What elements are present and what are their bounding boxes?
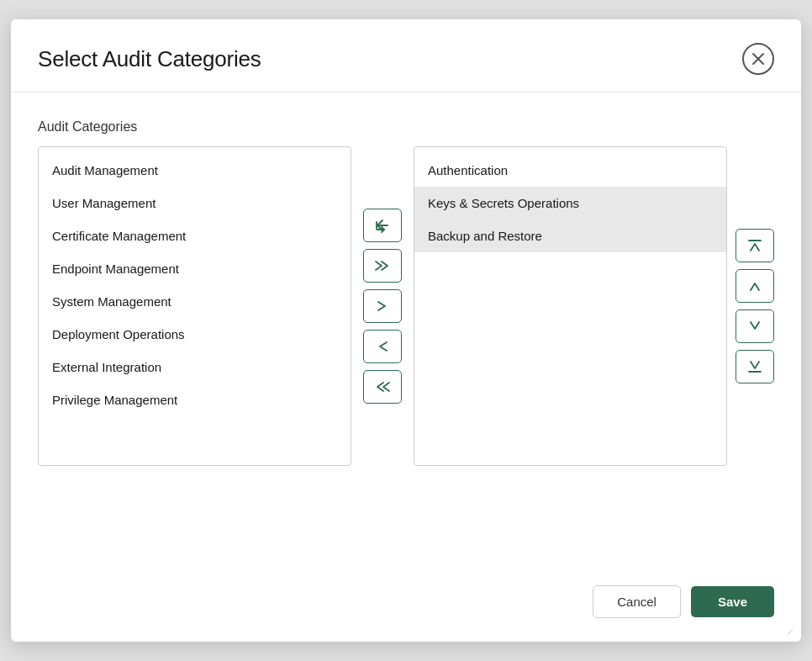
- dialog-body: Audit Categories Audit ManagementUser Ma…: [11, 93, 801, 572]
- transfer-left-button[interactable]: [363, 330, 402, 363]
- list-item[interactable]: User Management: [39, 187, 351, 219]
- move-bottom-button[interactable]: [736, 350, 774, 383]
- transfer-back-button[interactable]: [363, 209, 402, 242]
- transfer-right-button[interactable]: [363, 289, 402, 323]
- list-item[interactable]: System Management: [39, 285, 351, 318]
- select-audit-categories-dialog: Select Audit Categories Audit Categories…: [11, 19, 801, 642]
- transfer-all-right-button[interactable]: [363, 249, 402, 283]
- transfer-controls-column: [351, 146, 414, 466]
- transfer-all-left-button[interactable]: [363, 370, 402, 404]
- section-label: Audit Categories: [38, 119, 774, 135]
- available-list[interactable]: Audit ManagementUser ManagementCertifica…: [38, 146, 351, 466]
- list-item[interactable]: External Integration: [39, 351, 351, 383]
- move-down-button[interactable]: [736, 309, 774, 343]
- move-up-button[interactable]: [736, 269, 774, 303]
- dialog-header: Select Audit Categories: [11, 19, 801, 93]
- list-item[interactable]: Backup and Restore: [414, 219, 726, 252]
- list-item[interactable]: Deployment Operations: [39, 318, 351, 351]
- list-item[interactable]: Certificate Management: [39, 219, 351, 252]
- list-item[interactable]: Keys & Secrets Operations: [414, 187, 726, 219]
- sort-controls-column: [727, 146, 774, 466]
- save-button[interactable]: Save: [691, 586, 774, 617]
- dialog-title: Select Audit Categories: [38, 46, 261, 72]
- transfer-container: Audit ManagementUser ManagementCertifica…: [38, 146, 774, 466]
- cancel-button[interactable]: Cancel: [593, 585, 681, 618]
- list-item[interactable]: Endpoint Management: [39, 252, 351, 285]
- dialog-footer: Cancel Save: [11, 572, 801, 642]
- list-item[interactable]: Audit Management: [39, 154, 351, 187]
- list-item[interactable]: Privilege Management: [39, 383, 351, 416]
- list-item[interactable]: Authentication: [414, 154, 726, 187]
- resize-handle: ⟋: [784, 625, 796, 638]
- move-top-button[interactable]: [736, 229, 774, 262]
- selected-list[interactable]: AuthenticationKeys & Secrets OperationsB…: [414, 146, 727, 466]
- close-button[interactable]: [742, 43, 774, 75]
